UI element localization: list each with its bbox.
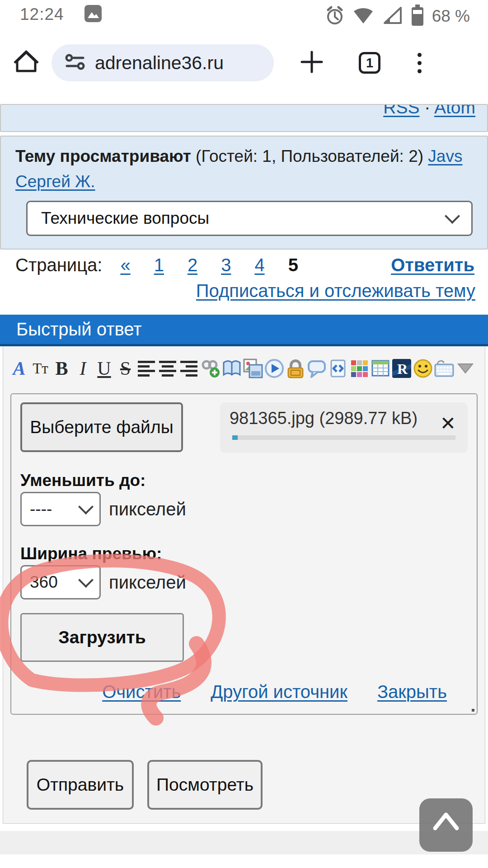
feed-separator: · bbox=[424, 104, 430, 117]
close-link[interactable]: Закрыть bbox=[377, 682, 447, 702]
reply-link[interactable]: Ответить bbox=[391, 255, 474, 275]
clock-time: 12:24 bbox=[20, 5, 64, 24]
battery-percent: 68 % bbox=[432, 7, 470, 26]
page-link-1[interactable]: 1 bbox=[154, 255, 164, 275]
preview-unit-label: пикселей bbox=[109, 572, 186, 593]
viewers-bold-label: Тему просматривают bbox=[15, 147, 191, 165]
italic-button[interactable]: I bbox=[72, 358, 94, 379]
align-center-button[interactable] bbox=[157, 358, 178, 379]
rss-link[interactable]: RSS bbox=[383, 104, 419, 117]
subscribe-link[interactable]: Подписаться и отслеживать тему bbox=[196, 281, 475, 301]
gallery-images-icon[interactable] bbox=[242, 358, 263, 379]
insert-link-icon[interactable] bbox=[200, 358, 221, 379]
forum-jump-select[interactable]: Технические вопросы bbox=[26, 201, 473, 236]
topic-viewers-section: Тему просматривают (Гостей: 1, Пользоват… bbox=[0, 136, 488, 250]
quick-reply-header: Быстрый ответ bbox=[0, 315, 488, 346]
submit-button[interactable]: Отправить bbox=[27, 760, 134, 810]
battery-icon bbox=[411, 5, 424, 28]
underline-button[interactable]: U bbox=[94, 358, 115, 379]
file-name: 981365.jpg (2989.77 kB) bbox=[220, 409, 468, 428]
preview-width-select[interactable]: 360 bbox=[20, 565, 101, 599]
tab-count: 1 bbox=[366, 56, 373, 71]
forum-select-value: Технические вопросы bbox=[41, 209, 209, 228]
viewer-user-link-2[interactable]: Сергей Ж. bbox=[15, 172, 95, 191]
svg-text:R: R bbox=[397, 361, 408, 377]
book-icon[interactable] bbox=[221, 358, 242, 379]
uploaded-file-item: 981365.jpg (2989.77 kB) ✕ bbox=[220, 402, 468, 453]
site-settings-tune-icon[interactable] bbox=[65, 53, 86, 73]
pagination: Страница: « 1 2 3 4 5 Ответить bbox=[0, 255, 488, 275]
align-right-button[interactable] bbox=[178, 358, 200, 379]
media-play-icon[interactable] bbox=[263, 358, 285, 379]
upload-button[interactable]: Загрузить bbox=[20, 613, 184, 662]
preview-width-label: Ширина превью: bbox=[20, 544, 468, 563]
shrink-to-value: ---- bbox=[30, 500, 52, 519]
font-size-button[interactable]: Tт bbox=[30, 358, 51, 379]
upload-progress-bar bbox=[232, 435, 455, 440]
url-text: adrenaline36.ru bbox=[95, 52, 224, 74]
shrink-to-label: Уменьшить до: bbox=[20, 471, 468, 490]
clear-link[interactable]: Очистить bbox=[102, 682, 181, 702]
cell-signal-icon bbox=[382, 5, 403, 27]
table-icon[interactable] bbox=[370, 358, 391, 379]
other-source-link[interactable]: Другой источник bbox=[211, 682, 347, 702]
chevron-down-icon bbox=[445, 208, 460, 224]
lock-icon[interactable] bbox=[285, 358, 306, 379]
status-bar: 12:24 68 % bbox=[0, 0, 488, 29]
viewers-counts: (Гостей: 1, Пользователей: 2) bbox=[191, 147, 428, 165]
toolbar-more-caret-icon[interactable] bbox=[455, 358, 476, 379]
pagination-label: Страница: bbox=[15, 255, 102, 275]
smiley-icon[interactable] bbox=[412, 358, 433, 379]
preview-width-value: 360 bbox=[30, 573, 58, 592]
screen: 12:24 68 % bbox=[0, 0, 488, 868]
upload-progress-fill bbox=[232, 435, 238, 440]
url-bar[interactable]: adrenaline36.ru bbox=[52, 44, 274, 81]
color-grid-icon[interactable] bbox=[348, 358, 370, 379]
quick-reply-title: Быстрый ответ bbox=[16, 319, 142, 340]
chevron-up-icon bbox=[429, 807, 463, 834]
page-link-2[interactable]: 2 bbox=[188, 255, 197, 275]
image-host-r-icon[interactable]: R bbox=[391, 358, 412, 379]
alarm-icon bbox=[325, 5, 344, 27]
page-prev-link[interactable]: « bbox=[120, 255, 130, 275]
choose-files-button[interactable]: Выберите файлы bbox=[20, 402, 183, 452]
viewer-user-link-1[interactable]: Javs bbox=[428, 147, 462, 165]
footer-bar bbox=[0, 831, 488, 854]
browser-menu-button[interactable] bbox=[418, 53, 422, 73]
editor-toolbar: A Tт B I U S R bbox=[3, 346, 485, 388]
page-link-3[interactable]: 3 bbox=[221, 255, 231, 275]
wifi-icon bbox=[352, 5, 374, 27]
new-tab-button[interactable] bbox=[300, 50, 324, 75]
attachment-upload-panel: Выберите файлы 981365.jpg (2989.77 kB) ✕… bbox=[10, 393, 478, 715]
font-color-button[interactable]: A bbox=[9, 358, 30, 379]
chevron-down-icon bbox=[78, 572, 94, 588]
shrink-unit-label: пикселей bbox=[109, 499, 186, 519]
page-link-4[interactable]: 4 bbox=[254, 255, 264, 275]
preview-button[interactable]: Посмотреть bbox=[147, 760, 263, 810]
page-current: 5 bbox=[288, 255, 298, 275]
feed-links-section: RSS · Atom bbox=[0, 104, 488, 132]
align-left-button[interactable] bbox=[136, 358, 157, 379]
bold-button[interactable]: B bbox=[51, 358, 72, 379]
tab-switcher-button[interactable]: 1 bbox=[359, 52, 380, 74]
resize-handle[interactable] bbox=[472, 709, 474, 712]
viewers-line: Тему просматривают (Гостей: 1, Пользоват… bbox=[15, 144, 474, 194]
quick-reply-panel: Быстрый ответ A Tт B I U S bbox=[0, 315, 488, 824]
browser-toolbar: adrenaline36.ru 1 bbox=[0, 29, 488, 97]
photo-notification-icon bbox=[84, 5, 102, 24]
shrink-to-select[interactable]: ---- bbox=[20, 492, 101, 526]
chevron-down-icon bbox=[78, 499, 94, 514]
home-button[interactable] bbox=[13, 47, 40, 78]
remove-file-button[interactable]: ✕ bbox=[440, 412, 456, 434]
scroll-to-top-button[interactable] bbox=[419, 798, 473, 852]
strikethrough-button[interactable]: S bbox=[115, 358, 136, 379]
keyboard-icon[interactable] bbox=[433, 358, 455, 379]
quote-bubble-icon[interactable] bbox=[306, 358, 327, 379]
atom-link[interactable]: Atom bbox=[434, 104, 475, 117]
code-script-icon[interactable] bbox=[327, 358, 348, 379]
